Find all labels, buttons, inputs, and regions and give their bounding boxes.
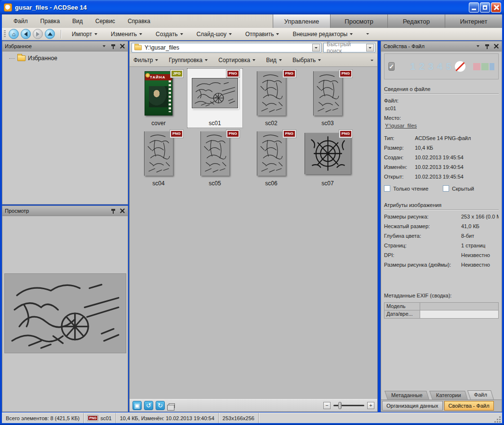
file-tile[interactable]: PNG sc04 <box>131 129 186 188</box>
zoom-slider-thumb[interactable] <box>338 402 342 409</box>
organize-button[interactable]: Организация данных <box>382 401 443 411</box>
menu-file[interactable]: Файл <box>13 18 28 25</box>
tab-file[interactable]: Файл <box>467 390 494 399</box>
view-button[interactable]: Вид <box>266 57 282 64</box>
no-rating-icon[interactable] <box>455 61 465 72</box>
rating-digits[interactable]: 12345 <box>410 61 455 72</box>
file-tile[interactable]: PNG sc02 <box>243 68 299 128</box>
toolbar-grip[interactable] <box>4 30 6 38</box>
menu-view[interactable]: Вид <box>72 18 83 25</box>
favorites-panel-header[interactable]: Избранное <box>2 41 128 52</box>
external-editors-button[interactable]: Внешние редакторы <box>286 28 359 40</box>
minimize-button[interactable] <box>469 2 479 13</box>
created-label: Создан: <box>384 155 415 160</box>
pin-icon <box>111 44 115 49</box>
properties-panel: Свойства - Файл ✓ 12345 Сведения о файле… <box>381 41 502 412</box>
hidden-checkbox[interactable] <box>443 185 449 192</box>
panel-close-button[interactable] <box>119 208 125 214</box>
panel-menu-button[interactable] <box>101 43 107 49</box>
color-label-pink[interactable] <box>473 63 480 70</box>
file-tile[interactable]: PNG sc03 <box>300 68 356 128</box>
thumbnail-image: ТАЙНА <box>145 71 172 116</box>
path-dropdown-button[interactable] <box>312 44 320 52</box>
path-combo[interactable]: Y:\gusar_files <box>132 43 321 52</box>
favorites-tree-item[interactable]: Избранное <box>9 55 128 62</box>
sorting-button[interactable]: Сортировка <box>218 57 255 64</box>
properties-panel-header[interactable]: Свойства - Файл <box>381 41 502 52</box>
rotate-left-button[interactable]: ↺ <box>144 401 153 410</box>
file-tile[interactable]: JPG ТАЙНА cover <box>131 68 186 128</box>
resize-grip[interactable] <box>494 416 501 423</box>
chevron-down-icon <box>180 33 183 35</box>
edit-button[interactable]: Изменить <box>104 28 149 40</box>
file-list-area[interactable]: JPG ТАЙНА cover PNG sc01 PNG sc02 PNG sc… <box>130 67 377 399</box>
file-tile[interactable]: PNG sc07 <box>300 129 356 188</box>
panel-close-button[interactable] <box>493 43 499 49</box>
exif-header: Метаданные EXIF (сводка): <box>384 293 499 298</box>
file-name-label: sc04 <box>131 180 186 187</box>
color-label-blue[interactable] <box>490 63 494 70</box>
zoom-slider[interactable] <box>333 405 364 406</box>
file-tile[interactable]: PNG sc05 <box>187 129 243 188</box>
exif-model-label: Модель <box>385 303 420 310</box>
pin-icon <box>485 44 489 49</box>
home-button[interactable]: ⌂ <box>9 29 19 39</box>
panel-menu-button[interactable] <box>475 43 481 49</box>
menu-edit[interactable]: Правка <box>40 18 60 25</box>
cover-figure <box>149 86 168 107</box>
slideshow-button[interactable]: Слайд-шоу <box>190 28 239 40</box>
location-link[interactable]: Y:\gusar_files <box>385 123 417 129</box>
quick-search-input[interactable]: Быстрый поиск <box>323 43 375 52</box>
send-button[interactable]: Отправить <box>239 28 286 40</box>
view-bottom-toolbar: ▣ ↺ ↻ − + <box>130 399 377 412</box>
rotate-right-button[interactable]: ↻ <box>156 401 165 410</box>
close-button[interactable] <box>491 2 501 13</box>
readonly-label: Только чтение <box>393 186 428 192</box>
maximize-button[interactable] <box>480 2 490 13</box>
tab-manage[interactable]: Управление <box>273 14 330 28</box>
menu-help[interactable]: Справка <box>128 18 150 25</box>
filter-button[interactable]: Фильтр <box>133 57 158 64</box>
thumbnail-image <box>313 71 342 116</box>
zoom-out-button[interactable]: − <box>323 402 331 409</box>
import-button[interactable]: Импорт <box>65 28 104 40</box>
forward-button[interactable] <box>33 29 43 39</box>
file-name-value[interactable]: sc01 <box>385 105 396 111</box>
compare-button[interactable] <box>167 401 176 410</box>
check-icon: ✓ <box>389 63 394 70</box>
tab-editor[interactable]: Редактор <box>387 14 445 28</box>
grouping-button[interactable]: Группировка <box>169 57 208 64</box>
tab-internet[interactable]: Интернет <box>445 14 502 28</box>
tab-categories[interactable]: Категории <box>429 391 467 399</box>
readonly-checkbox[interactable] <box>384 185 390 192</box>
toolbar-overflow-button[interactable] <box>359 28 376 40</box>
select-button[interactable]: Выбрать <box>292 57 321 64</box>
menu-tools[interactable]: Сервис <box>95 18 115 25</box>
create-button[interactable]: Создать <box>149 28 190 40</box>
exif-datetime-value[interactable] <box>420 310 498 318</box>
tab-metadata[interactable]: Метаданные <box>385 391 429 399</box>
chevron-down-icon <box>279 59 282 61</box>
preview-panel-header[interactable]: Просмотр <box>2 206 128 216</box>
preview-image[interactable] <box>4 273 126 353</box>
search-dropdown-button[interactable] <box>366 44 374 52</box>
panel-pin-button[interactable] <box>484 43 490 49</box>
panel-pin-button[interactable] <box>110 43 116 49</box>
up-button[interactable] <box>45 29 55 39</box>
delete-button[interactable]: ▣ <box>133 401 142 410</box>
panel-close-button[interactable] <box>119 43 125 49</box>
file-tile[interactable]: PNG sc01 <box>187 68 243 128</box>
panel-pin-button[interactable] <box>110 208 116 214</box>
window-bottom-border <box>0 423 504 425</box>
properties-file-button[interactable]: Свойства - Файл <box>444 401 494 411</box>
tab-view[interactable]: Просмотр <box>330 14 387 28</box>
tag-checkbox[interactable]: ✓ <box>388 62 395 71</box>
favorites-panel: Избранное Избранное <box>2 41 128 205</box>
title-bar[interactable]: gusar_files - ACDSee 14 <box>0 0 504 14</box>
chevron-down-icon <box>366 33 369 35</box>
file-tile[interactable]: PNG sc06 <box>243 129 299 188</box>
color-label-green[interactable] <box>481 63 489 70</box>
back-button[interactable] <box>21 29 31 39</box>
filterbar-overflow-button[interactable] <box>371 60 373 61</box>
zoom-in-button[interactable]: + <box>367 402 374 409</box>
